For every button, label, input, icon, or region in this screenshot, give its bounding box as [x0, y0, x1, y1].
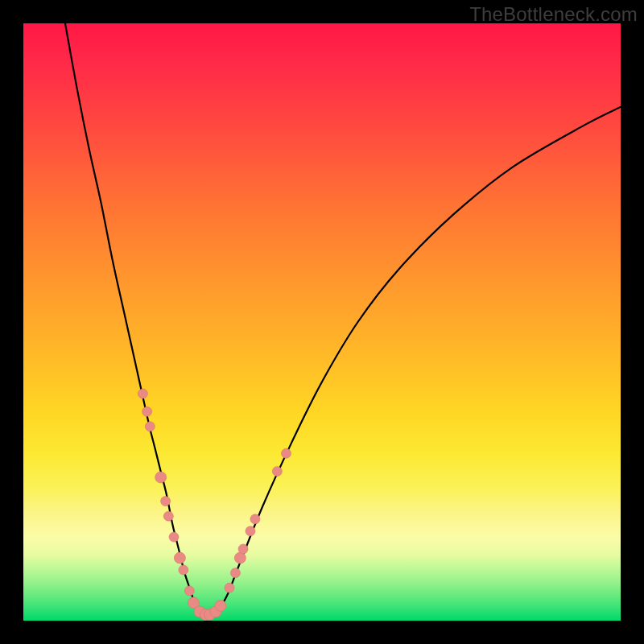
data-marker	[238, 544, 248, 554]
data-marker	[250, 514, 260, 524]
data-marker	[155, 472, 167, 483]
data-marker	[246, 526, 255, 536]
data-marker	[215, 600, 226, 611]
data-marker	[174, 552, 185, 564]
bottleneck-curve	[65, 23, 621, 617]
data-marker	[142, 407, 152, 416]
data-markers	[138, 389, 291, 621]
data-marker	[234, 552, 246, 564]
data-marker	[161, 497, 171, 506]
data-marker	[169, 532, 179, 542]
data-marker	[272, 467, 282, 477]
data-marker	[179, 565, 188, 575]
data-marker	[225, 583, 234, 592]
watermark-text: TheBottleneck.com	[469, 3, 638, 26]
data-marker	[138, 389, 147, 398]
data-marker	[184, 586, 194, 596]
data-marker	[281, 448, 291, 458]
data-marker	[145, 422, 155, 431]
data-marker	[163, 511, 173, 521]
data-marker	[230, 568, 240, 578]
bottleneck-chart	[23, 23, 621, 621]
